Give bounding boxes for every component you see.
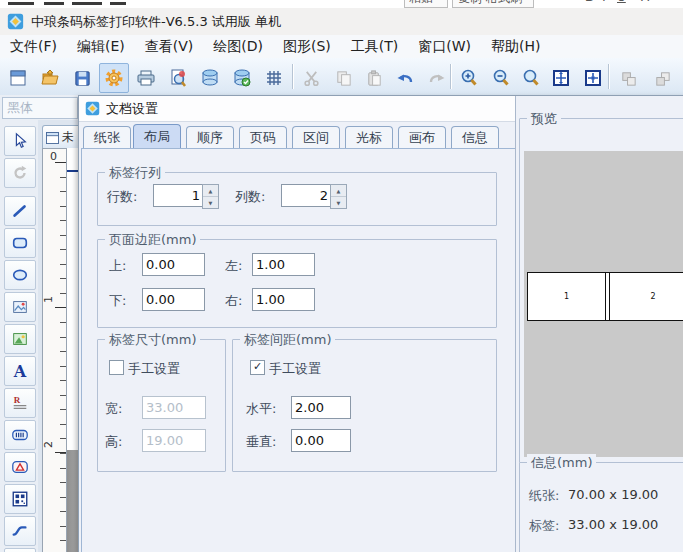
rounded-rectangle-tool-button[interactable] <box>4 228 36 258</box>
menu-shape[interactable]: 图形(S) <box>273 37 341 57</box>
menu-edit[interactable]: 编辑(E) <box>67 37 135 57</box>
qrcode-tool-button[interactable] <box>4 484 36 514</box>
open-file-button[interactable] <box>35 63 65 93</box>
cut-button[interactable] <box>296 63 326 93</box>
manual-setting-label: 手工设置 <box>269 360 321 378</box>
copy-icon <box>334 69 353 88</box>
clipart-tool-button[interactable] <box>4 324 36 354</box>
rotate-icon <box>11 164 29 182</box>
label-size-label: 标签: <box>529 517 559 535</box>
zoom-out-button[interactable] <box>486 63 516 93</box>
tab-cursor[interactable]: 光标 <box>345 126 393 149</box>
tab-paper[interactable]: 纸张 <box>83 126 131 149</box>
ellipse-tool-button[interactable] <box>4 260 36 290</box>
horizontal-gap-label: 水平: <box>246 400 276 418</box>
label-size-manual-checkbox[interactable] <box>109 360 124 375</box>
menu-file[interactable]: 文件(F) <box>0 37 67 57</box>
spin-down-icon[interactable]: ▼ <box>203 197 218 208</box>
height-input <box>142 429 206 452</box>
line-tool-button[interactable] <box>4 196 36 226</box>
rows-spinner[interactable]: ▲▼ <box>202 184 219 209</box>
print-button[interactable] <box>131 63 161 93</box>
new-document-button[interactable] <box>3 63 33 93</box>
database-icon <box>200 68 220 88</box>
order-front-button[interactable] <box>613 63 643 93</box>
print-preview-button[interactable] <box>163 63 193 93</box>
margin-bottom-input[interactable] <box>142 288 205 311</box>
tab-page-number[interactable]: 页码 <box>239 126 287 149</box>
shape-tool-button[interactable] <box>4 452 36 482</box>
rich-text-tool-button[interactable]: R <box>4 388 36 418</box>
tab-info[interactable]: 信息 <box>451 126 499 149</box>
menu-help[interactable]: 帮助(H) <box>481 37 550 57</box>
margin-right-input[interactable] <box>252 288 315 311</box>
barcode-tool-button[interactable] <box>4 420 36 450</box>
app-logo-icon <box>7 13 24 30</box>
menu-draw[interactable]: 绘图(D) <box>203 37 273 57</box>
picture-tool-button[interactable] <box>4 292 36 322</box>
select-tool-button[interactable] <box>4 126 36 156</box>
zoom-button[interactable] <box>516 63 546 93</box>
italic-fragment: I <box>602 0 606 4</box>
font-selector[interactable]: 黑体 <box>2 97 78 119</box>
columns-spinner[interactable]: ▲▼ <box>330 184 347 209</box>
order-back-icon <box>653 69 672 88</box>
horizontal-gap-input[interactable] <box>291 396 351 419</box>
redo-button[interactable] <box>422 63 452 93</box>
line-icon <box>11 202 29 220</box>
fit-page-button[interactable] <box>546 63 576 93</box>
paste-button[interactable] <box>359 63 389 93</box>
menu-view[interactable]: 查看(V) <box>135 37 204 57</box>
tab-order[interactable]: 顺序 <box>186 126 234 149</box>
width-label: 宽: <box>105 400 122 418</box>
margin-top-input[interactable] <box>142 253 205 276</box>
margin-left-input[interactable] <box>252 253 315 276</box>
curve-tool-button[interactable] <box>4 516 36 546</box>
document-settings-button[interactable] <box>99 63 129 93</box>
page-margins-group: 页面边距(mm) 上: 左: 下: 右: <box>97 239 497 328</box>
bold-fragment: B <box>585 0 594 4</box>
label-size-group: 标签尺寸(mm) 手工设置 宽: 高: <box>97 339 226 472</box>
arc-tool-button[interactable] <box>4 548 36 552</box>
font-color-fragment: A <box>641 0 649 4</box>
columns-input[interactable] <box>281 184 332 207</box>
manual-setting-label: 手工设置 <box>128 360 180 378</box>
svg-text:R: R <box>14 395 21 405</box>
barcode-icon <box>11 426 29 444</box>
label-canvas[interactable] <box>67 148 78 552</box>
zoom-in-button[interactable] <box>454 63 484 93</box>
undo-button[interactable] <box>390 63 420 93</box>
save-button[interactable] <box>67 63 97 93</box>
columns-label: 列数: <box>235 188 265 206</box>
grid-button[interactable] <box>259 63 289 93</box>
scissors-icon <box>302 69 321 88</box>
fit-content-button[interactable] <box>578 63 608 93</box>
clipped-text-fragment <box>8 2 34 5</box>
copy-fragment: 复制 <box>458 0 482 7</box>
copy-button[interactable] <box>328 63 358 93</box>
menu-tools[interactable]: 工具(T) <box>341 37 408 57</box>
tab-canvas[interactable]: 画布 <box>398 126 446 149</box>
tab-range[interactable]: 区间 <box>292 126 340 149</box>
format-toolbar: 黑体 <box>0 95 78 121</box>
ruler-ticks <box>60 162 66 552</box>
paper-size-value: 70.00 x 19.00 <box>568 487 658 502</box>
text-tool-button[interactable]: A <box>4 356 36 386</box>
more-button[interactable] <box>676 63 683 93</box>
spin-down-icon[interactable]: ▼ <box>331 197 346 208</box>
database-connect-button[interactable] <box>227 63 257 93</box>
document-tab[interactable]: 未 <box>42 125 78 149</box>
tab-layout[interactable]: 布局 <box>133 124 181 149</box>
vertical-gap-input[interactable] <box>291 429 351 452</box>
rotate-tool-button[interactable] <box>4 158 36 188</box>
database-button[interactable] <box>195 63 225 93</box>
rows-input[interactable] <box>153 184 204 207</box>
spin-up-icon[interactable]: ▲ <box>203 185 218 197</box>
ellipse-icon <box>11 266 29 284</box>
label-gap-manual-checkbox[interactable]: ✓ <box>250 360 265 375</box>
order-back-button[interactable] <box>647 63 677 93</box>
spin-up-icon[interactable]: ▲ <box>331 185 346 197</box>
menu-window[interactable]: 窗口(W) <box>408 37 481 57</box>
shape-triangle-icon <box>11 458 29 476</box>
ruler-major-tick <box>55 452 66 453</box>
